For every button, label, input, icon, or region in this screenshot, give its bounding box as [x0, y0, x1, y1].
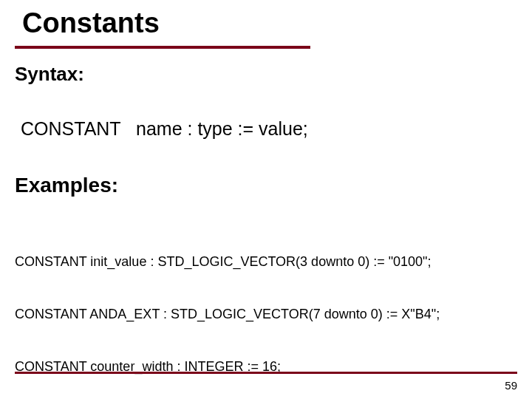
syntax-heading: Syntax:	[15, 63, 84, 86]
slide: Constants Syntax: CONSTANT name : type :…	[0, 0, 532, 399]
syntax-definition: CONSTANT name : type := value;	[21, 118, 308, 140]
example-line: CONSTANT ANDA_EXT : STD_LOGIC_VECTOR(7 d…	[15, 306, 440, 324]
example-line: CONSTANT init_value : STD_LOGIC_VECTOR(3…	[15, 253, 440, 271]
page-number: 59	[505, 379, 517, 392]
bottom-underline	[15, 372, 517, 374]
examples-heading: Examples:	[15, 174, 118, 197]
title-underline	[15, 46, 310, 49]
slide-title: Constants	[22, 7, 160, 39]
